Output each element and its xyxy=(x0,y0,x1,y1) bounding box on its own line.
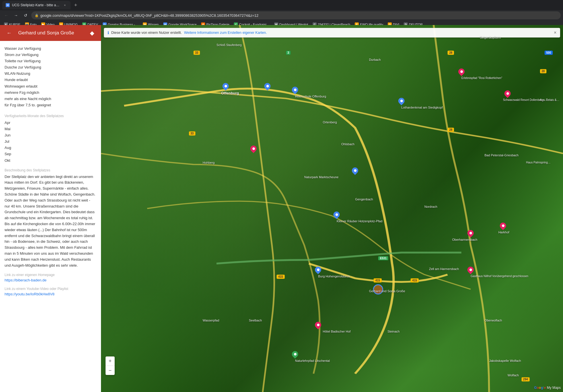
map-label-29: Jakobskapelle Wolfach xyxy=(489,359,521,362)
info-icon: ℹ xyxy=(108,30,109,35)
sidebar: ← Gerhard und Sonja Große ◆ Wasser zur V… xyxy=(0,25,101,392)
map-label-2: Durbach xyxy=(369,58,381,61)
back-button[interactable]: ← xyxy=(2,11,10,19)
highway-badge-11: 294 xyxy=(521,377,530,381)
refresh-button[interactable]: ↺ xyxy=(22,11,30,19)
map-label-11: Ohlsbach xyxy=(341,142,354,146)
browser-chrome: M UCG Stellplatz-Karte - bitte anru… × +… xyxy=(0,0,563,25)
month-item-4: Aug xyxy=(5,145,96,151)
sidebar-body: Wasser zur VerfügungStrom zur VerfügungT… xyxy=(0,41,101,392)
google-mymaps-text: Google My Maps xyxy=(534,386,561,390)
map-pin-7[interactable] xyxy=(264,83,271,91)
new-tab-button[interactable]: + xyxy=(72,1,80,9)
highway-badge-3: 28 xyxy=(540,69,546,73)
map-label-17: Oberharmersbach xyxy=(452,238,477,241)
map-label-24: Seelbach xyxy=(249,319,262,322)
map-pin-8[interactable] xyxy=(315,267,321,275)
video-link[interactable]: https://youtu.be/IoRb0kHw8V8 xyxy=(5,292,96,296)
feature-item-1: Strom zur Verfügung xyxy=(5,52,96,58)
map-pin-13[interactable] xyxy=(292,351,298,359)
map-label-21: Burg Hohengeroldseck xyxy=(318,275,350,278)
highway-badge-5: 33 xyxy=(189,131,195,136)
lock-icon: 🔒 xyxy=(35,14,39,17)
map-pin-5[interactable] xyxy=(458,69,465,76)
map-pin-4[interactable] xyxy=(333,211,340,219)
url-text: google.com/maps/d/viewer?mid=1KPostZkgIq… xyxy=(40,13,557,18)
map-label-13: Naturpark Marktscheune xyxy=(304,175,339,179)
map-label-10: Haus Palmspring… xyxy=(526,161,550,164)
video-section: Link zu einem Youtube-Video oder Playlis… xyxy=(5,287,96,296)
highway-badge-6: 415 xyxy=(277,275,285,279)
map-label-28: Oberwolfach xyxy=(484,319,502,322)
map-label-31: Aus… xyxy=(540,98,548,101)
homepage-link[interactable]: https://biberach-baden.de xyxy=(5,278,96,282)
map-pin-1[interactable] xyxy=(292,87,298,95)
address-bar[interactable]: 🔒 google.com/maps/d/viewer?mid=1KPostZkg… xyxy=(31,11,561,19)
tab-title: UCG Stellplatz-Karte - bitte anru… xyxy=(12,3,60,7)
feature-item-7: mehrere Fzg möglich xyxy=(5,90,96,96)
video-label: Link zu einem Youtube-Video oder Playlis… xyxy=(5,287,96,291)
map-label-26: Steinach xyxy=(387,330,400,333)
months-list: AprMaiJunJulAugSepOkt xyxy=(5,120,96,164)
homepage-section: Link zu einer eigenen Homepage https://b… xyxy=(5,273,96,282)
feature-item-6: Wohnwagen erlaubt xyxy=(5,83,96,90)
info-banner: ℹ Diese Karte wurde von einem Nutzer ers… xyxy=(104,28,560,38)
zoom-in-button[interactable]: + xyxy=(106,356,115,366)
map-label-18: Harkhof xyxy=(498,231,510,234)
map-pin-icon: ◆ xyxy=(87,28,96,38)
map-label-23: Wasserpfad xyxy=(203,319,219,322)
map-pin-3[interactable] xyxy=(352,167,358,175)
feature-item-2: Toilette nur Verfügung xyxy=(5,58,96,64)
map-label-25: Hôtel Badischer Hof xyxy=(323,330,351,333)
homepage-label: Link zu einer eigenen Homepage xyxy=(5,273,96,277)
feature-list: Wasser zur VerfügungStrom zur VerfügungT… xyxy=(5,45,96,108)
map-pin-14[interactable] xyxy=(315,322,321,330)
month-item-1: Mai xyxy=(5,126,96,132)
availability-label: Verfügbarkeits-Monate des Stellplatzes xyxy=(5,114,96,118)
map-label-15: Kleiner Räuber Hotzenplotz-Pfad xyxy=(337,219,382,223)
map-background: ℹ Diese Karte wurde von einem Nutzer ers… xyxy=(101,25,563,392)
map-pin-12[interactable] xyxy=(250,146,257,154)
active-tab[interactable]: M UCG Stellplatz-Karte - bitte anru… × xyxy=(2,1,71,9)
map-label-27: Naturlehrpfad Litschental xyxy=(295,359,330,362)
map-pin-10[interactable] xyxy=(500,223,506,231)
feature-item-5: Hunde erlaubt xyxy=(5,77,96,83)
month-item-0: Apr xyxy=(5,120,96,126)
highway-badge-0: 33 xyxy=(193,51,200,55)
map-area[interactable]: ℹ Diese Karte wurde von einem Nutzer ers… xyxy=(101,25,563,392)
feature-item-0: Wasser zur Verfügung xyxy=(5,45,96,52)
map-pin-0[interactable] xyxy=(222,83,229,91)
month-item-2: Jun xyxy=(5,132,96,138)
user-location-marker xyxy=(373,284,383,294)
map-label-3: Offenburg xyxy=(221,91,239,95)
map-pin-6[interactable] xyxy=(504,90,511,98)
sidebar-title: Gerhard und Sonja Große xyxy=(18,30,83,36)
forward-button[interactable]: → xyxy=(12,11,20,19)
sidebar-header: ← Gerhard und Sonja Große ◆ xyxy=(0,25,101,41)
zoom-controls: + − xyxy=(106,356,115,375)
map-label-9: Bad Peterstal-Griesbach xyxy=(484,154,519,157)
zoom-out-button[interactable]: − xyxy=(106,366,115,375)
map-label-5: Ortenberg xyxy=(323,121,337,124)
description-label: Beschreibung des Stellplatzes xyxy=(5,168,96,172)
roads-overlay xyxy=(101,25,563,392)
map-pin-9[interactable] xyxy=(467,230,474,238)
map-label-8: Schwarzwald Resort Dollenberg - Relais &… xyxy=(503,98,559,101)
map-label-4: Hochschule Offenburg xyxy=(295,95,326,98)
tab-close-button[interactable]: × xyxy=(63,3,67,7)
info-link[interactable]: Weitere Informationen zum Erstellen eige… xyxy=(184,31,267,35)
feature-item-9: für Fzg über 7,5 to. geeignet xyxy=(5,102,96,108)
tab-bar: M UCG Stellplatz-Karte - bitte anru… × + xyxy=(0,0,563,10)
highway-badge-10: 28 xyxy=(447,128,454,132)
highway-badge-7: 415 xyxy=(374,278,382,283)
feature-item-4: WLAN-Nutzung xyxy=(5,70,96,77)
back-button[interactable]: ← xyxy=(5,28,14,38)
tab-favicon: M xyxy=(6,3,10,7)
map-pin-11[interactable] xyxy=(467,267,474,275)
info-banner-close[interactable]: × xyxy=(554,30,556,35)
info-text: Diese Karte wurde von einem Nutzer erste… xyxy=(111,31,182,35)
map-label-30: Wolfach xyxy=(508,374,519,377)
feature-item-3: Dusche zur Verfügung xyxy=(5,64,96,70)
map-pin-2[interactable] xyxy=(398,98,405,106)
map-label-12: Hohberg xyxy=(203,161,215,164)
